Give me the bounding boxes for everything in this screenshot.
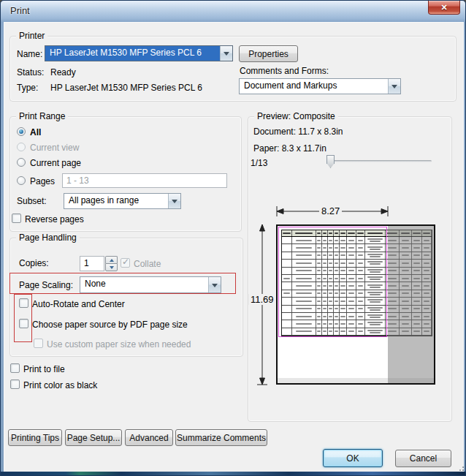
print-range-group-label: Print Range — [16, 111, 68, 121]
preview-page-indicator: 1/13 — [251, 158, 267, 168]
print-to-file-checkbox[interactable] — [10, 363, 20, 373]
cancel-button[interactable]: Cancel — [395, 450, 451, 467]
copies-input[interactable]: 1 — [80, 256, 104, 271]
preview-document-info: Document: 11.7 x 8.3in — [253, 126, 343, 137]
radio-all-label: All — [30, 127, 41, 137]
width-dimension-label: 8.27 — [319, 205, 342, 216]
preview-slider-track[interactable] — [326, 160, 432, 162]
annotation-box-page-scaling — [9, 273, 236, 294]
chevron-down-icon[interactable] — [388, 79, 400, 94]
preview-paper-info: Paper: 8.3 x 11.7in — [253, 143, 326, 154]
close-button[interactable]: ✕ — [428, 1, 460, 15]
pages-range-input[interactable]: 1 - 13 — [62, 173, 227, 188]
annotation-box-checkboxes — [14, 294, 32, 342]
printer-type-label: Type: — [17, 83, 38, 93]
radio-pages-label: Pages — [30, 176, 55, 186]
printer-name-label: Name: — [17, 49, 42, 59]
paper-source-label: Choose paper source by PDF page size — [32, 320, 188, 330]
radio-pages[interactable] — [17, 176, 26, 185]
spin-up-icon — [110, 257, 114, 262]
document-outline — [278, 227, 387, 337]
radio-current-view-label: Current view — [30, 143, 79, 153]
window-bottom-edge — [1, 472, 465, 475]
collate-label: Collate — [134, 259, 161, 269]
printer-name-select[interactable]: HP LaserJet M1530 MFP Series PCL 6 — [45, 45, 233, 61]
printer-group-label: Printer — [16, 31, 47, 41]
printer-type-value: HP LaserJet M1530 MFP Series PCL 6 — [50, 83, 202, 93]
radio-current-view — [17, 143, 26, 151]
height-dimension-label: 11.69 — [248, 294, 276, 305]
reverse-pages-label: Reverse pages — [25, 214, 84, 224]
comments-forms-select[interactable]: Document and Markups — [239, 78, 401, 94]
subset-label: Subset: — [17, 196, 47, 206]
spin-down-icon — [110, 266, 114, 271]
print-dialog-window: Print ✕ Printer Name: HP LaserJet M1530 … — [0, 0, 466, 476]
printer-status-label: Status: — [17, 67, 44, 78]
page-setup-button[interactable]: Page Setup... — [65, 429, 122, 446]
print-color-black-label: Print color as black — [23, 380, 97, 390]
page-handling-group-label: Page Handling — [16, 233, 80, 243]
comments-forms-value: Document and Markups — [240, 79, 388, 94]
chevron-down-icon[interactable] — [220, 46, 232, 61]
printer-name-value: HP LaserJet M1530 MFP Series PCL 6 — [45, 46, 220, 61]
print-color-black-checkbox[interactable] — [10, 379, 20, 389]
advanced-button[interactable]: Advanced — [125, 429, 173, 446]
spin-up-button[interactable] — [105, 256, 118, 263]
subset-value: All pages in range — [64, 194, 168, 208]
printer-status-value: Ready — [50, 67, 76, 78]
window-title: Print — [10, 5, 30, 16]
radio-current-page[interactable] — [17, 158, 26, 167]
properties-button[interactable]: Properties — [239, 45, 298, 62]
summarize-comments-button[interactable]: Summarize Comments — [175, 429, 267, 446]
chevron-down-icon[interactable] — [168, 194, 180, 208]
spin-down-button[interactable] — [105, 263, 118, 271]
custom-paper-checkbox — [34, 339, 43, 348]
subset-select[interactable]: All pages in range — [64, 193, 181, 209]
auto-rotate-label: Auto-Rotate and Center — [32, 299, 125, 309]
collate-checkbox — [121, 258, 130, 268]
preview-page-thumbnail — [276, 224, 435, 385]
clipped-region-overlay — [388, 226, 434, 383]
copies-stepper — [105, 256, 118, 271]
ok-button[interactable]: OK — [323, 449, 383, 467]
copies-label: Copies: — [19, 258, 49, 268]
radio-all[interactable] — [17, 127, 26, 136]
radio-current-page-label: Current page — [30, 158, 81, 168]
print-to-file-label: Print to file — [23, 364, 65, 374]
close-icon: ✕ — [440, 3, 447, 12]
comments-forms-label: Comments and Forms: — [240, 66, 329, 76]
printing-tips-button[interactable]: Printing Tips — [8, 429, 62, 446]
reverse-pages-checkbox[interactable] — [12, 214, 21, 223]
custom-paper-label: Use custom paper size when needed — [47, 339, 191, 350]
preview-group-label: Preview: Composite — [254, 111, 338, 121]
